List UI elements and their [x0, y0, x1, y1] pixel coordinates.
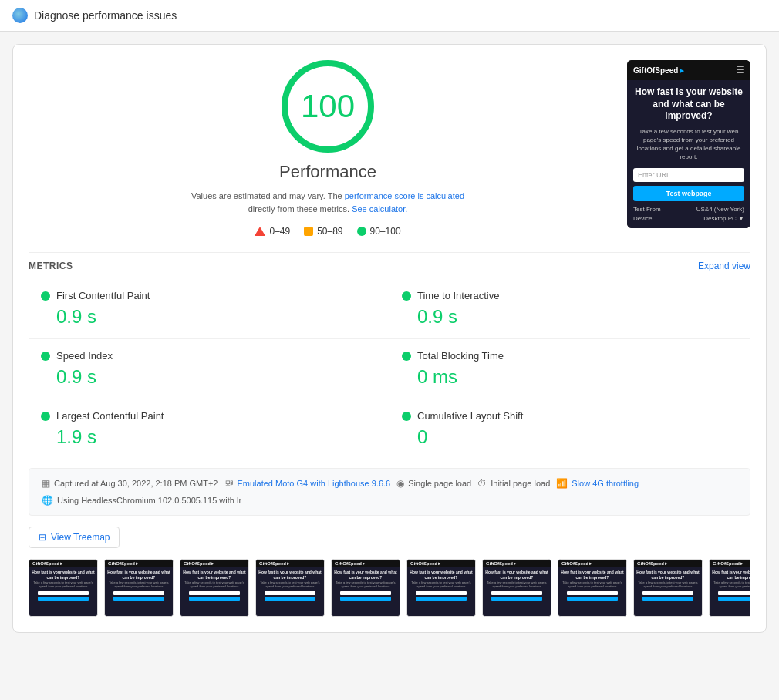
metric-tti-value: 0.9 s — [402, 306, 738, 328]
menu-icon: ☰ — [736, 65, 744, 76]
thumbnail-2: GiftOfSpeed► How fast is your website an… — [104, 559, 174, 617]
info-single-page: ◉ Single page load — [396, 478, 471, 489]
thumbnail-4: GiftOfSpeed► How fast is your website an… — [255, 559, 325, 617]
preview-body: How fast is your website and what can be… — [627, 80, 750, 228]
legend-range-1: 0–49 — [269, 226, 290, 237]
metric-fcp-label: First Contentful Paint — [56, 290, 150, 301]
metric-fcp-header: First Contentful Paint — [41, 290, 376, 301]
expand-view-link[interactable]: Expand view — [698, 261, 750, 271]
initial-page-load-text: Initial page load — [491, 479, 550, 488]
test-from-value: US&4 (New York) — [696, 206, 744, 213]
metric-tbt-dot — [402, 352, 411, 361]
metric-lcp-dot — [41, 412, 50, 421]
metric-tti: Time to Interactive 0.9 s — [390, 279, 750, 339]
thumbnail-7: GiftOfSpeed► How fast is your website an… — [482, 559, 551, 617]
person-icon: ◉ — [396, 478, 404, 489]
metric-fcp: First Contentful Paint 0.9 s — [29, 279, 390, 339]
preview-card: GiftOfSpeed► ☰ How fast is your website … — [627, 60, 750, 228]
green-circle-icon — [357, 227, 366, 236]
metrics-section-label: METRICS — [29, 261, 73, 271]
throttling-link[interactable]: Slow 4G throttling — [572, 479, 639, 488]
orange-square-icon — [304, 227, 313, 236]
score-circle: 100 — [282, 60, 374, 153]
globe-icon: 🌐 — [42, 495, 53, 506]
device-label: Device — [633, 215, 652, 222]
score-description: Values are estimated and may vary. The p… — [181, 190, 474, 215]
legend: 0–49 50–89 90–100 — [255, 226, 400, 237]
metrics-header: METRICS Expand view — [29, 253, 750, 279]
metric-cls: Cumulative Layout Shift 0 — [390, 399, 750, 459]
metric-cls-header: Cumulative Layout Shift — [402, 410, 738, 422]
metric-tbt-header: Total Blocking Time — [402, 350, 738, 362]
legend-red: 0–49 — [255, 226, 290, 237]
metric-tbt-label: Total Blocking Time — [417, 350, 504, 362]
metric-lcp-label: Largest Contentful Paint — [56, 410, 164, 422]
metric-lcp-value: 1.9 s — [41, 426, 376, 448]
browser-text: Using HeadlessChromium 102.0.5005.115 wi… — [57, 496, 241, 505]
main-card: 100 Performance Values are estimated and… — [12, 44, 767, 633]
preview-device: Device Desktop PC ▼ — [633, 215, 744, 222]
red-triangle-icon — [255, 227, 265, 236]
preview-test-from: Test From US&4 (New York) — [633, 206, 744, 213]
thumbnail-10: GiftOfSpeed► How fast is your website an… — [709, 559, 750, 617]
legend-range-2: 50–89 — [317, 226, 342, 237]
preview-url-input: Enter URL — [633, 168, 744, 182]
thumbnail-6: GiftOfSpeed► How fast is your website an… — [406, 559, 476, 617]
metric-lcp-header: Largest Contentful Paint — [41, 410, 376, 422]
preview-logo: GiftOfSpeed► — [633, 66, 686, 75]
treemap-icon: ⊟ — [39, 532, 46, 543]
signal-icon: 📶 — [556, 478, 568, 489]
single-page-text: Single page load — [408, 479, 471, 488]
performance-score-link[interactable]: performance score is calculated — [345, 191, 464, 200]
legend-green: 90–100 — [357, 226, 401, 237]
preview-title: How fast is your website and what can be… — [633, 86, 744, 123]
metric-cls-label: Cumulative Layout Shift — [417, 410, 523, 422]
device-value: Desktop PC ▼ — [703, 215, 744, 222]
thumbnail-8: GiftOfSpeed► How fast is your website an… — [558, 559, 627, 617]
top-section: 100 Performance Values are estimated and… — [29, 60, 750, 237]
legend-range-3: 90–100 — [370, 226, 401, 237]
score-value: 100 — [301, 88, 355, 125]
metric-fcp-dot — [41, 291, 50, 301]
preview-selects: Test From US&4 (New York) Device Desktop… — [633, 206, 744, 222]
device-icon: 🖳 — [224, 478, 234, 489]
thumbnail-9: GiftOfSpeed► How fast is your website an… — [633, 559, 703, 617]
metric-tbt-value: 0 ms — [402, 366, 738, 388]
info-initial-load: ⏱ Initial page load — [477, 478, 550, 489]
preview-test-button[interactable]: Test webpage — [633, 186, 744, 201]
metric-lcp: Largest Contentful Paint 1.9 s — [29, 399, 390, 459]
thumbnail-1: GiftOfSpeed► How fast is your website an… — [29, 559, 98, 617]
info-bar: ▦ Captured at Aug 30, 2022, 2:18 PM GMT+… — [29, 468, 750, 516]
thumbnail-3: GiftOfSpeed► How fast is your website an… — [180, 559, 249, 617]
test-from-label: Test From — [633, 206, 661, 213]
metric-si-value: 0.9 s — [41, 366, 376, 388]
thumbnail-5: GiftOfSpeed► How fast is your website an… — [331, 559, 400, 617]
metric-cls-value: 0 — [402, 426, 738, 448]
info-browser: 🌐 Using HeadlessChromium 102.0.5005.115 … — [42, 495, 241, 506]
score-label: Performance — [279, 162, 376, 182]
emulated-device-link[interactable]: Emulated Moto G4 with Lighthouse 9.6.6 — [238, 479, 391, 488]
info-emulated: 🖳 Emulated Moto G4 with Lighthouse 9.6.6 — [224, 478, 391, 489]
page-title: Diagnose performance issues — [34, 9, 177, 22]
metric-cls-dot — [402, 412, 411, 421]
metric-tbt: Total Blocking Time 0 ms — [390, 339, 750, 399]
info-captured: ▦ Captured at Aug 30, 2022, 2:18 PM GMT+… — [42, 478, 218, 489]
calendar-icon: ▦ — [42, 478, 50, 489]
view-treemap-button[interactable]: ⊟ View Treemap — [29, 527, 120, 548]
score-section: 100 Performance Values are estimated and… — [29, 60, 627, 237]
treemap-label: View Treemap — [51, 532, 110, 543]
preview-header: GiftOfSpeed► ☰ — [627, 60, 750, 80]
metric-tti-dot — [402, 291, 411, 301]
captured-text: Captured at Aug 30, 2022, 2:18 PM GMT+2 — [54, 479, 218, 488]
title-bar: Diagnose performance issues — [0, 0, 779, 32]
legend-orange: 50–89 — [304, 226, 342, 237]
metric-si-label: Speed Index — [56, 350, 113, 362]
app-icon — [12, 8, 28, 23]
metric-si: Speed Index 0.9 s — [29, 339, 390, 399]
preview-sub: Take a few seconds to test your web page… — [633, 127, 744, 162]
clock-icon: ⏱ — [477, 478, 487, 489]
info-throttling: 📶 Slow 4G throttling — [556, 478, 639, 489]
metrics-grid: First Contentful Paint 0.9 s Time to Int… — [29, 279, 750, 459]
metric-si-header: Speed Index — [41, 350, 376, 362]
see-calculator-link[interactable]: See calculator. — [352, 204, 407, 214]
